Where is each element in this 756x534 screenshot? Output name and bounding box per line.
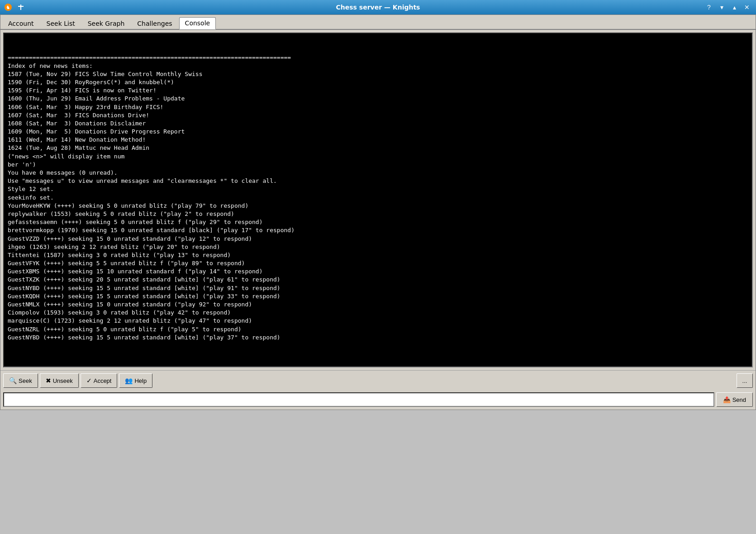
console-line: 1600 (Thu, Jun 29) Email Address Problem… [8,95,748,103]
chat-input[interactable] [3,392,714,407]
console-line: 1624 (Tue, Aug 28) Mattuc new Head Admin [8,144,748,152]
unseek-label: Unseek [53,377,73,384]
minimize-button[interactable]: ▾ [716,2,727,13]
console-line: You have 0 messages (0 unread). [8,169,748,177]
console-line: 1590 (Fri, Dec 30) RoyRogersC(*) and knu… [8,78,748,86]
console-line: marquisce(C) (1723) seeking 2 12 unrated… [8,317,748,325]
console-line: GuestNZRL (++++) seeking 5 0 unrated bli… [8,325,748,334]
console-line: gefasstessaemn (++++) seeking 5 0 unrate… [8,218,748,226]
tab-bar: Account Seek List Seek Graph Challenges … [0,15,756,30]
console-line: GuestVZZD (++++) seeking 15 0 unrated st… [8,235,748,243]
tab-seek-graph[interactable]: Seek Graph [82,18,131,29]
seek-label: Seek [19,377,32,384]
tab-seek-list[interactable]: Seek List [41,18,81,29]
svg-text:♞: ♞ [6,5,10,10]
app-icon: ♞ [4,3,13,12]
console-line: Style 12 set. [8,185,748,193]
console-line: ========================================… [8,53,748,62]
console-line: replywalker (1553) seeking 5 0 rated bli… [8,210,748,218]
more-label: ... [742,377,747,384]
send-icon: 📤 [723,396,731,403]
seek-button[interactable]: 🔍 Seek [3,373,38,388]
console-line: Use "messages u" to view unread messages… [8,177,748,185]
window-title: Chess server — Knights [336,4,420,11]
tab-account[interactable]: Account [2,18,40,29]
help-icon: 👥 [125,377,133,384]
maximize-button[interactable]: ▴ [729,2,740,13]
console-line: 1611 (Wed, Mar 14) New Donation Method! [8,136,748,144]
help-button[interactable]: 👥 Help [119,373,152,388]
title-bar: ♞ Chess server — Knights ? ▾ ▴ ✕ [0,0,756,14]
console-line: GuestXBMS (++++) seeking 15 10 unrated s… [8,267,748,276]
title-bar-controls: ? ▾ ▴ ✕ [704,2,752,13]
input-bar: 📤 Send [0,391,756,410]
console-line: 1607 (Sat, Mar 3) FICS Donations Drive! [8,111,748,119]
console-line: GuestTXZK (++++) seeking 20 5 unrated st… [8,276,748,284]
console-line: 1606 (Sat, Mar 3) Happy 23rd Birthday FI… [8,103,748,111]
console-line: GuestNYBD (++++) seeking 15 5 unrated st… [8,334,748,342]
console-line: Ciompolov (1593) seeking 3 0 rated blitz… [8,309,748,317]
accept-button[interactable]: ✓ Accept [81,373,118,388]
help-button[interactable]: ? [704,2,714,13]
console-line: Index of new news items: [8,62,748,70]
unseek-button[interactable]: ✖ Unseek [40,373,79,388]
send-label: Send [732,396,746,403]
console-line: 1595 (Fri, Apr 14) FICS is now on Twitte… [8,86,748,95]
tab-console[interactable]: Console [179,17,216,29]
title-bar-left: ♞ [4,3,25,12]
accept-icon: ✓ [86,377,92,384]
console-line: GuestKQDH (++++) seeking 15 5 unrated st… [8,292,748,300]
console-output[interactable]: ========================================… [3,33,753,367]
pin-icon[interactable] [16,3,25,12]
console-line: ihgeo (1263) seeking 2 12 rated blitz ("… [8,243,748,251]
console-line: brettvormkopp (1970) seeking 15 0 unrate… [8,226,748,234]
help-label: Help [134,377,147,384]
seek-icon: 🔍 [9,377,17,384]
console-line: 1587 (Tue, Nov 29) FICS Slow Time Contro… [8,70,748,78]
app-window: Account Seek List Seek Graph Challenges … [0,14,756,410]
console-line: GuestNYBD (++++) seeking 15 5 unrated st… [8,284,748,292]
unseek-icon: ✖ [46,377,51,384]
console-line: YourMoveHKYW (++++) seeking 5 0 unrated … [8,202,748,210]
more-button[interactable]: ... [737,373,753,388]
console-line: GuestNMLX (++++) seeking 15 0 unrated st… [8,300,748,309]
console-line: seekinfo set. [8,194,748,202]
console-line: GuestVFYK (++++) seeking 5 5 unrated bli… [8,259,748,267]
accept-label: Accept [94,377,112,384]
console-line: 1608 (Sat, Mar 3) Donations Disclaimer [8,119,748,128]
console-wrapper: ========================================… [0,30,756,370]
console-line: Tittentei (1587) seeking 3 0 rated blitz… [8,251,748,259]
button-bar: 🔍 Seek ✖ Unseek ✓ Accept 👥 Help ... [0,370,756,391]
tab-challenges[interactable]: Challenges [131,18,178,29]
svg-point-4 [20,5,22,7]
close-button[interactable]: ✕ [742,2,752,13]
console-line: 1609 (Mon, Mar 5) Donations Drive Progre… [8,128,748,136]
send-button[interactable]: 📤 Send [716,392,753,407]
console-line: ("news <n>" will display item num [8,153,748,161]
console-line: ber 'n') [8,161,748,169]
